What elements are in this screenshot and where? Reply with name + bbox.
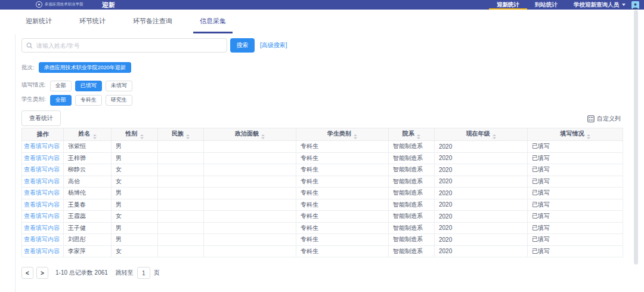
cell-department: 智能制造系 (389, 211, 435, 223)
tab-step-notes-query[interactable]: 环节备注查询 (126, 17, 179, 33)
table-header-cell[interactable]: 院系 (389, 128, 435, 141)
person-icon (632, 2, 639, 9)
cell-gender: 男 (112, 234, 158, 246)
table-header-cell[interactable]: 学生类别 (296, 128, 389, 141)
left-divider (15, 34, 16, 292)
tab-bar: 迎新统计 环节统计 环节备注查询 信息采集 (19, 10, 233, 33)
table-row: 查看填写内容王曼春男专科生智能制造系2020已填写 (22, 199, 623, 211)
cell-grade: 2020 (435, 141, 528, 153)
cell-department: 智能制造系 (389, 199, 435, 211)
cell-name: 张紫恒 (64, 141, 112, 153)
cell-name: 王梓骅 (64, 152, 112, 164)
cell-gender: 女 (112, 176, 158, 188)
view-content-link[interactable]: 查看填写内容 (24, 225, 60, 231)
action-cell: 查看填写内容 (22, 152, 64, 164)
table-header-cell[interactable]: 现在年级 (435, 128, 528, 141)
action-cell: 查看填写内容 (22, 245, 64, 257)
user-role-label: 学校迎新查询人员 (574, 1, 619, 9)
school-emblem-icon (36, 1, 42, 8)
page-input[interactable] (137, 267, 150, 279)
cell-grade: 2020 (435, 211, 528, 223)
cell-status: 已填写 (528, 245, 623, 257)
cell-gender: 女 (112, 211, 158, 223)
avatar[interactable] (631, 1, 639, 9)
vertical-scrollbar[interactable] (634, 10, 638, 265)
cell-category: 专科生 (296, 164, 389, 176)
cell-politics (204, 222, 296, 234)
batch-label: 批次: (21, 64, 35, 72)
sort-carets-icon (417, 134, 420, 139)
topnav-item-arrival-stats[interactable]: 到站统计 (527, 0, 565, 10)
cell-politics (204, 245, 296, 257)
table-header-cell: 操作 (22, 128, 64, 141)
batch-chip[interactable]: 承德应用技术职业学院2020年迎新 (39, 62, 131, 73)
custom-columns-button[interactable]: 自定义列 (587, 115, 621, 123)
cell-grade: 2020 (435, 188, 528, 199)
cell-politics (204, 211, 296, 223)
sort-carets-icon (93, 134, 97, 139)
next-page-button[interactable]: > (36, 267, 48, 279)
search-button[interactable]: 搜索 (230, 38, 255, 53)
cell-name: 刘思彤 (64, 234, 112, 246)
cell-gender: 男 (112, 199, 158, 211)
action-cell: 查看填写内容 (22, 176, 64, 188)
cell-name: 李家萍 (64, 245, 112, 257)
cell-status: 已填写 (528, 164, 623, 176)
filter-chip[interactable]: 研究生 (106, 95, 132, 106)
table-header-cell[interactable]: 民族 (158, 128, 204, 141)
tab-info-collection[interactable]: 信息采集 (193, 17, 233, 33)
pagination: < > 1-10 总记录数 2061 跳转至 页 (21, 267, 160, 279)
view-content-link[interactable]: 查看填写内容 (24, 155, 60, 161)
table-header-cell[interactable]: 性别 (112, 128, 158, 141)
table-header-cell[interactable]: 政治面貌 (204, 128, 296, 141)
table-header-cell[interactable]: 姓名 (64, 128, 112, 141)
school-name: 承德应用技术职业学院 (45, 1, 83, 8)
view-content-link[interactable]: 查看填写内容 (24, 248, 60, 254)
data-table: 操作姓名性别民族政治面貌学生类别院系现在年级填写情况 查看填写内容张紫恒男专科生… (21, 128, 623, 257)
cell-category: 专科生 (296, 176, 389, 188)
filter-chip[interactable]: 全部 (50, 95, 72, 106)
filter-chip[interactable]: 专科生 (75, 95, 102, 106)
cell-status: 已填写 (528, 188, 623, 199)
search-input[interactable] (21, 38, 227, 53)
prev-page-button[interactable]: < (21, 267, 33, 279)
cell-ethnicity (158, 234, 204, 246)
view-content-link[interactable]: 查看填写内容 (24, 236, 60, 242)
cell-ethnicity (158, 222, 204, 234)
view-stats-button[interactable]: 查看统计 (21, 110, 61, 126)
cell-ethnicity (158, 176, 204, 188)
custom-columns-icon (587, 115, 595, 122)
view-content-link[interactable]: 查看填写内容 (24, 178, 60, 185)
tab-welcome-stats[interactable]: 迎新统计 (19, 17, 58, 33)
app-title: 迎新 (102, 1, 115, 9)
fill-status-label: 填写情况: (21, 81, 46, 89)
topnav-item-welcome-stats[interactable]: 迎新统计 (489, 0, 527, 10)
filter-chip[interactable]: 已填写 (75, 81, 102, 91)
cell-department: 智能制造系 (389, 222, 435, 234)
user-menu[interactable]: 学校迎新查询人员 (565, 0, 630, 10)
cell-ethnicity (158, 199, 204, 211)
cell-grade: 2020 (435, 199, 528, 211)
cell-status: 已填写 (528, 234, 623, 246)
student-category-options: 全部专科生研究生 (50, 93, 136, 106)
table-row: 查看填写内容柳静云女专科生智能制造系2020已填写 (22, 164, 623, 176)
view-content-link[interactable]: 查看填写内容 (24, 189, 60, 196)
cell-category: 专科生 (296, 188, 389, 199)
cell-politics (204, 234, 296, 246)
table-header-cell[interactable]: 填写情况 (528, 128, 623, 141)
action-cell: 查看填写内容 (22, 211, 64, 223)
sort-carets-icon (493, 134, 496, 139)
view-content-link[interactable]: 查看填写内容 (24, 201, 60, 208)
sort-carets-icon (261, 134, 265, 139)
cell-politics (204, 188, 296, 199)
filter-chip[interactable]: 未填写 (106, 81, 132, 91)
advanced-search-link[interactable]: [高级搜索] (260, 41, 287, 50)
view-content-link[interactable]: 查看填写内容 (24, 213, 60, 219)
cell-ethnicity (158, 141, 204, 153)
cell-name: 王曼春 (64, 199, 112, 211)
filter-chip[interactable]: 全部 (50, 81, 72, 91)
tab-step-stats[interactable]: 环节统计 (73, 17, 112, 33)
view-content-link[interactable]: 查看填写内容 (24, 166, 60, 173)
view-content-link[interactable]: 查看填写内容 (24, 143, 60, 149)
action-cell: 查看填写内容 (22, 234, 64, 246)
